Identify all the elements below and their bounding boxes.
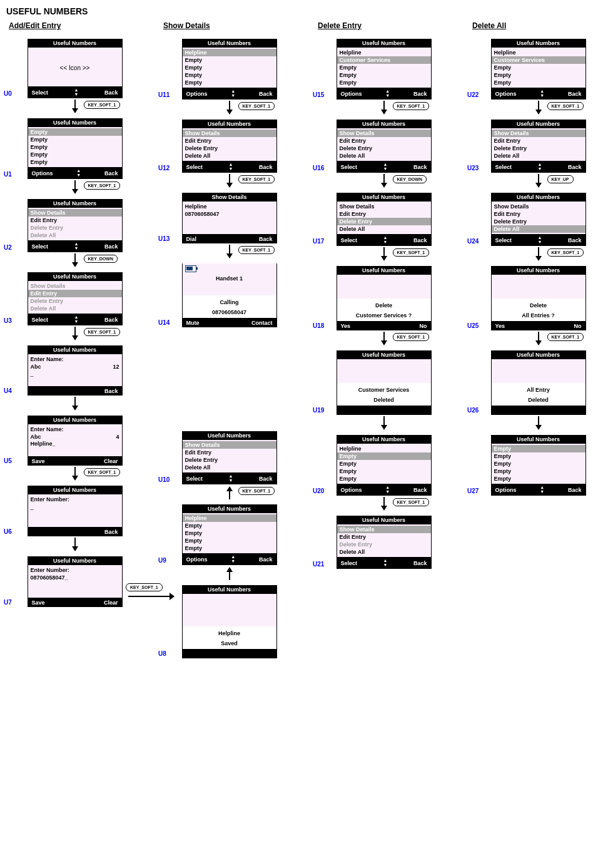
text-input[interactable]: 08706058047_ (28, 574, 122, 581)
list-item: Delete All (28, 232, 122, 239)
screen-u20: Useful Numbers Helpline Empty Empty Empt… (337, 435, 432, 496)
updown-icon (74, 88, 79, 96)
tag-u1: U1 (4, 170, 12, 179)
column-add-edit: Add/Edit Entry U0 Useful Numbers << Icon… (5, 21, 144, 658)
screen-u21: Useful Numbers Show Details Edit Entry D… (337, 516, 432, 569)
screen-u5: Useful Numbers Enter Name: Abc4 Helpline… (28, 416, 123, 466)
screen-u18: Useful Numbers Delete Customer Services … (337, 266, 432, 330)
title-bar: Useful Numbers (28, 39, 122, 48)
text-input[interactable]: _ (28, 370, 122, 377)
list-item: Delete Entry (28, 224, 122, 232)
column-delete-entry: Delete Entry U15 Useful Numbers Helpline… (314, 21, 453, 658)
tag-u0: U0 (4, 89, 12, 98)
screen-u24: Useful Numbers Show Details Edit Entry D… (491, 193, 586, 246)
heading-add: Add/Edit Entry (5, 21, 61, 30)
screen-u3: Useful Numbers Show Details Edit Entry D… (28, 272, 123, 325)
screen-u19: Useful Numbers Customer Services Deleted (337, 350, 432, 415)
screen-u23: Useful Numbers Show Details Edit Entry D… (491, 120, 586, 173)
column-show-details: Show Details U11 Useful Numbers Helpline… (160, 21, 299, 658)
screen-u17: Useful Numbers Show Details Edit Entry D… (337, 193, 432, 246)
key-label: KEY_SOFT_1 (84, 101, 121, 109)
battery-icon (185, 265, 196, 272)
list-item[interactable]: Show Details (28, 209, 122, 217)
screen-u4: Useful Numbers Enter Name: Abc12 _ Back (28, 345, 123, 396)
list-item[interactable]: Empty (28, 128, 122, 136)
screen-u27: Useful Numbers Empty Empty Empty Empty E… (491, 435, 586, 496)
list-item[interactable]: Empty (28, 151, 122, 158)
screen-u15: Useful Numbers Helpline Customer Service… (337, 39, 432, 100)
screen-u22: Useful Numbers Helpline Customer Service… (491, 39, 586, 100)
screen-u13: Show Details Helpline 08706058047 Dial B… (182, 193, 277, 243)
screen-u10: Useful Numbers Show Details Edit Entry D… (182, 431, 277, 484)
text-input[interactable]: _ (28, 503, 122, 511)
screen-u26: Useful Numbers All Entry Deleted (491, 350, 586, 415)
page-title: USEFUL NUMBERS (6, 6, 608, 16)
field-label: Enter Name: (28, 355, 122, 363)
list-item[interactable]: Empty (28, 158, 122, 166)
column-delete-all: Delete All U22 Useful Numbers Helpline C… (469, 21, 608, 658)
icon-placeholder: << Icon >> (60, 64, 90, 71)
screen-u7: Useful Numbers Enter Number: 08706058047… (28, 556, 123, 607)
screen-u1: Useful Numbers Empty Empty Empty Empty E… (28, 118, 123, 179)
softkey-bar[interactable]: Select Back (28, 86, 122, 98)
screen-u16: Useful Numbers Show Details Edit Entry D… (337, 120, 432, 173)
text-input[interactable]: Helpline_ (28, 440, 122, 447)
diagram-layout: Add/Edit Entry U0 Useful Numbers << Icon… (5, 21, 608, 658)
screen-u8: Useful Numbers Helpline Saved (182, 585, 277, 658)
screen-u12: Useful Numbers Show Details Edit Entry D… (182, 120, 277, 173)
screen-u0: Useful Numbers << Icon >> Select Back (28, 39, 123, 98)
screen-u2: Useful Numbers Show Details Edit Entry D… (28, 199, 123, 252)
list-item[interactable]: Empty (28, 136, 122, 143)
softkey-right[interactable]: Back (104, 89, 118, 96)
screen-u25: Useful Numbers Delete All Entries ? Yes … (491, 266, 586, 330)
screen-u6: Useful Numbers Enter Number: _ Back (28, 486, 123, 536)
screen-u14: Handset 1 Calling 08706058047 Mute Conta… (182, 263, 277, 327)
list-item[interactable]: Edit Entry (28, 217, 122, 224)
softkey-left[interactable]: Select (32, 89, 49, 96)
list-item[interactable]: Empty (28, 143, 122, 151)
screen-u9: Useful Numbers Helpline Empty Empty Empt… (182, 504, 277, 565)
screen-u11: Useful Numbers Helpline Empty Empty Empt… (182, 39, 277, 100)
